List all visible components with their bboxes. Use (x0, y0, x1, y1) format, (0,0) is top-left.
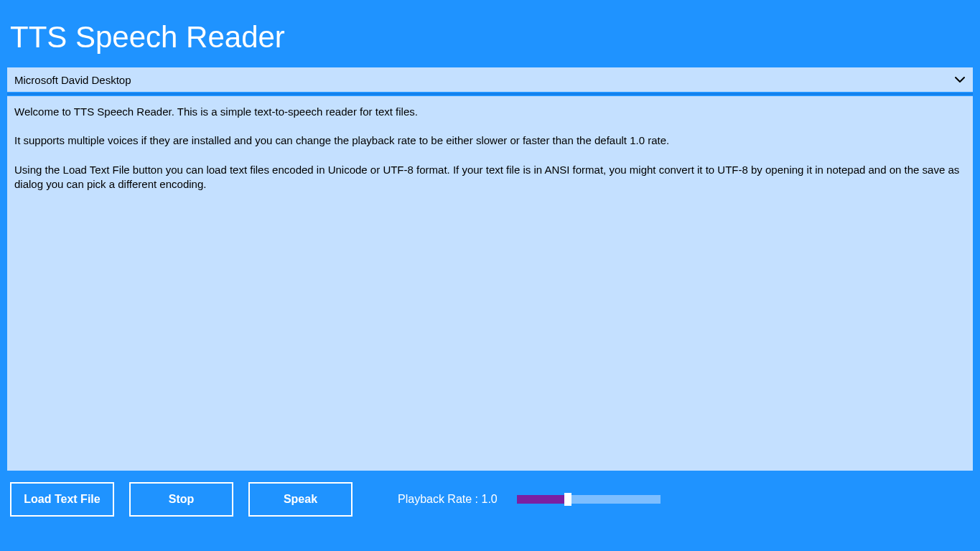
divider (7, 93, 973, 95)
voice-selector-dropdown[interactable]: Microsoft David Desktop (7, 67, 973, 92)
bottom-toolbar: Load Text File Stop Speak Playback Rate … (10, 482, 970, 517)
text-content-area[interactable]: Welcome to TTS Speech Reader. This is a … (7, 96, 973, 471)
load-text-file-button[interactable]: Load Text File (10, 482, 114, 517)
speak-button[interactable]: Speak (248, 482, 353, 517)
playback-rate-slider[interactable] (517, 495, 661, 504)
chevron-down-icon (954, 74, 966, 85)
text-paragraph: Welcome to TTS Speech Reader. This is a … (14, 105, 966, 119)
slider-fill (517, 495, 564, 504)
text-paragraph: It supports multiple voices if they are … (14, 133, 966, 148)
text-paragraph: Using the Load Text File button you can … (14, 163, 966, 192)
slider-thumb[interactable] (564, 493, 571, 506)
voice-selector-value: Microsoft David Desktop (14, 74, 131, 86)
playback-rate-label: Playback Rate : 1.0 (398, 493, 498, 506)
page-title: TTS Speech Reader (0, 0, 980, 67)
stop-button[interactable]: Stop (129, 482, 233, 517)
